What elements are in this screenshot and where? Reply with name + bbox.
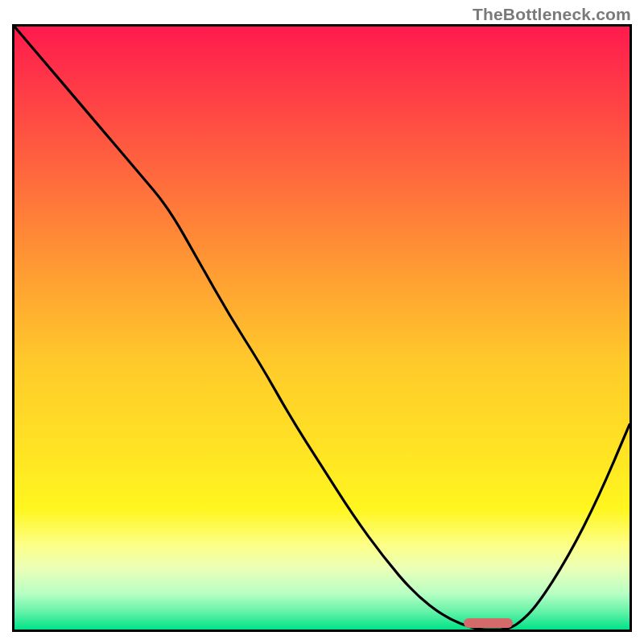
chart-frame — [12, 24, 632, 632]
gradient-background — [14, 27, 630, 630]
svg-rect-0 — [14, 27, 630, 630]
watermark-text: TheBottleneck.com — [473, 5, 631, 24]
bottleneck-marker — [464, 618, 513, 628]
